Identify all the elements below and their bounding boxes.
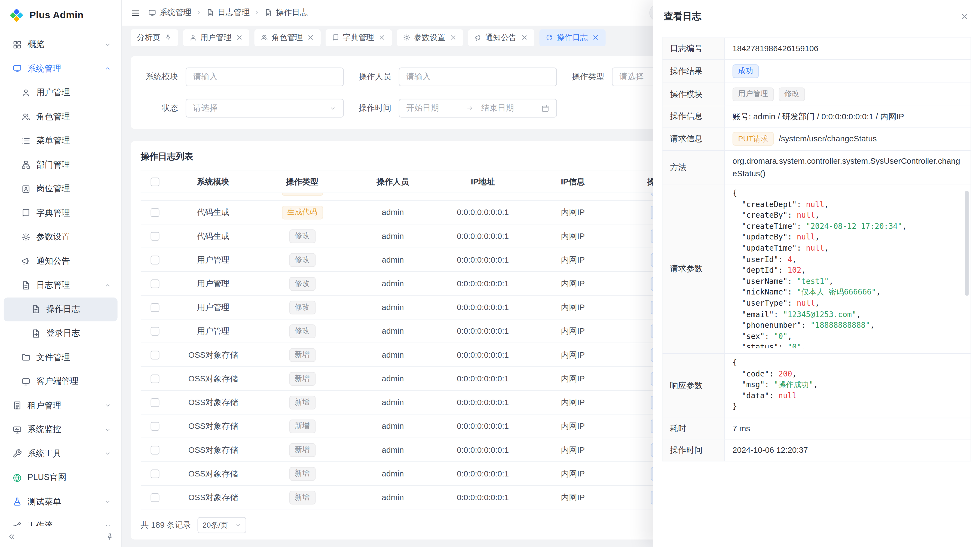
- sidebar-item-dict[interactable]: 字典管理: [4, 201, 118, 225]
- tab-close-icon[interactable]: [592, 34, 599, 41]
- sidebar-item-monitor[interactable]: 系统监控: [4, 418, 118, 442]
- tab-role[interactable]: 角色管理: [254, 29, 320, 46]
- filter-input-operator[interactable]: 请输入: [399, 67, 557, 86]
- row-checkbox[interactable]: [151, 493, 159, 502]
- row-checkbox[interactable]: [151, 422, 159, 431]
- pin-sidebar-icon[interactable]: [106, 532, 114, 541]
- sidebar-item-dept[interactable]: 部门管理: [4, 153, 118, 177]
- select-all-checkbox[interactable]: [151, 178, 159, 186]
- tab-config[interactable]: 参数设置: [397, 29, 463, 46]
- op-type-tag: 生成代码: [282, 193, 323, 195]
- tab-user[interactable]: 用户管理: [183, 29, 249, 46]
- cell-ip: 0:0:0:0:0:0:0:1: [438, 438, 527, 461]
- field-label: 操作模块: [663, 83, 725, 105]
- filter-select-status[interactable]: 请选择: [186, 99, 344, 118]
- sidebar-item-workflow[interactable]: 工作流: [4, 514, 118, 526]
- row-checkbox[interactable]: [151, 231, 159, 240]
- scrollbar-thumb[interactable]: [965, 191, 969, 296]
- breadcrumb-item-1[interactable]: 日志管理: [206, 8, 250, 18]
- filter-label: 操作时间: [354, 102, 391, 113]
- collapse-sidebar-icon[interactable]: [8, 532, 16, 541]
- sidebar-item-test[interactable]: 测试菜单: [4, 490, 118, 514]
- drawer-field-method: 方法org.dromara.system.controller.system.S…: [663, 151, 971, 184]
- filter-daterange-optime[interactable]: 开始日期结束日期: [399, 99, 557, 118]
- sidebar-item-post[interactable]: 岗位管理: [4, 177, 118, 201]
- row-checkbox[interactable]: [151, 350, 159, 359]
- cell-ip-info: 内网IP: [528, 225, 618, 248]
- breadcrumb-item-0[interactable]: 系统管理: [148, 8, 191, 18]
- tab-close-icon[interactable]: [235, 34, 243, 41]
- row-checkbox[interactable]: [151, 398, 159, 407]
- tab-close-icon[interactable]: [307, 34, 314, 41]
- sidebar-item-label: 文件管理: [36, 352, 70, 363]
- cell-ip-info: 内网IP: [528, 201, 618, 224]
- sidebar-item-config[interactable]: 参数设置: [4, 225, 118, 249]
- field-label: 操作信息: [663, 106, 725, 127]
- sidebar-item-client[interactable]: 客户端管理: [4, 369, 118, 393]
- tab-notice[interactable]: 通知公告: [468, 29, 534, 46]
- badge-icon: [21, 184, 30, 193]
- hamburger-menu-icon[interactable]: [130, 8, 141, 18]
- cell-operator: admin: [348, 295, 438, 319]
- tab-operlog[interactable]: 操作日志: [539, 29, 605, 46]
- sidebar-item-label: 字典管理: [36, 207, 70, 218]
- filter-input-module[interactable]: 请输入: [186, 67, 344, 86]
- cell-ip: 0:0:0:0:0:0:0:1: [438, 272, 527, 295]
- column-header: IP信息: [528, 171, 618, 193]
- row-checkbox[interactable]: [151, 303, 159, 312]
- sidebar-item-label: 概览: [27, 39, 45, 50]
- page-size-select[interactable]: 20条/页: [197, 517, 246, 533]
- tab-close-icon[interactable]: [520, 34, 528, 41]
- filter-label: 操作人员: [354, 71, 391, 83]
- sidebar-item-tenant[interactable]: 租户管理: [4, 394, 118, 418]
- user-icon: [21, 88, 30, 97]
- row-checkbox[interactable]: [151, 469, 159, 478]
- sidebar-item-label: 系统监控: [27, 424, 61, 435]
- sidebar-item-file[interactable]: 文件管理: [4, 345, 118, 369]
- sidebar-item-log[interactable]: 日志管理: [4, 273, 118, 297]
- cell-op-type: 修改: [257, 225, 348, 248]
- gear-icon: [21, 232, 30, 242]
- tab-label: 参数设置: [414, 32, 445, 43]
- cell-module: OSS对象存储: [169, 462, 257, 485]
- cell-ip: 0:0:0:0:0:0:0:1: [438, 201, 527, 224]
- screen-icon: [13, 425, 22, 434]
- row-checkbox[interactable]: [151, 255, 159, 264]
- row-checkbox[interactable]: [151, 445, 159, 454]
- field-label: 操作时间: [663, 440, 725, 461]
- sidebar-item-system[interactable]: 系统管理: [4, 57, 118, 81]
- tab-label: 角色管理: [272, 32, 303, 43]
- sidebar-item-role[interactable]: 角色管理: [4, 105, 118, 129]
- sidebar-item-operlog[interactable]: 操作日志: [4, 297, 118, 321]
- app-logo[interactable]: Plus Admin: [0, 0, 121, 30]
- chevron-up-icon: [104, 282, 111, 289]
- sidebar-item-menu[interactable]: 菜单管理: [4, 129, 118, 153]
- filter-field-operator: 操作人员请输入: [354, 67, 557, 86]
- sidebar-item-website[interactable]: PLUS官网: [4, 466, 118, 490]
- field-value: { "createDept": null, "createBy": null, …: [725, 184, 970, 353]
- sidebar-item-notice[interactable]: 通知公告: [4, 249, 118, 273]
- book-icon: [332, 34, 339, 41]
- tab-analysis[interactable]: 分析页: [130, 29, 178, 46]
- tab-dict[interactable]: 字典管理: [325, 29, 391, 46]
- tab-close-icon[interactable]: [449, 34, 457, 41]
- cell-ip-info: 内网IP: [528, 295, 618, 319]
- monitor-icon: [21, 377, 30, 386]
- chevron-down-icon: [104, 426, 111, 433]
- filter-field-module: 系统模块请输入: [141, 67, 344, 86]
- refresh-icon: [545, 34, 553, 41]
- tab-close-icon[interactable]: [378, 34, 385, 41]
- row-checkbox[interactable]: [151, 208, 159, 217]
- drawer-field-reqparams: 请求参数{ "createDept": null, "createBy": nu…: [663, 184, 971, 354]
- sidebar-item-tool[interactable]: 系统工具: [4, 442, 118, 466]
- field-text: /system/user/changeStatus: [779, 133, 877, 145]
- cell-op-type: 修改: [257, 319, 348, 343]
- row-checkbox[interactable]: [151, 374, 159, 383]
- cell-module: 用户管理: [169, 319, 257, 343]
- row-checkbox[interactable]: [151, 279, 159, 288]
- sidebar-item-user[interactable]: 用户管理: [4, 81, 118, 105]
- close-icon[interactable]: [960, 11, 969, 21]
- sidebar-item-loginlog[interactable]: 登录日志: [4, 321, 118, 345]
- row-checkbox[interactable]: [151, 327, 159, 335]
- sidebar-item-overview[interactable]: 概览: [4, 32, 118, 56]
